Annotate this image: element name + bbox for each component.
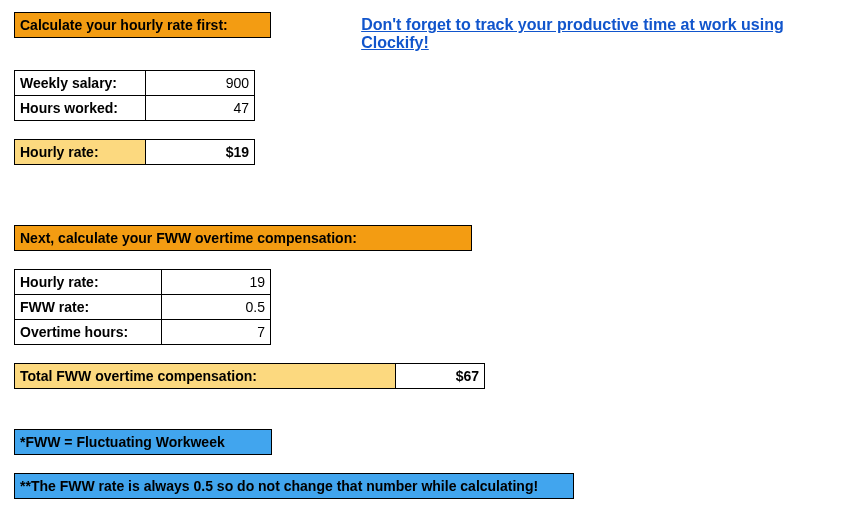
- clockify-link[interactable]: Don't forget to track your productive ti…: [361, 16, 854, 52]
- table-row: Weekly salary: 900: [15, 71, 255, 96]
- hourly-rate-label: Hourly rate:: [15, 140, 146, 165]
- fww-rate-label: FWW rate:: [15, 295, 162, 320]
- hourly-rate-inputs: Weekly salary: 900 Hours worked: 47: [14, 70, 255, 121]
- fww-total-label: Total FWW overtime compensation:: [15, 364, 396, 389]
- fww-rate-value[interactable]: 0.5: [162, 295, 271, 320]
- section-header-fww: Next, calculate your FWW overtime compen…: [14, 225, 472, 251]
- weekly-salary-value[interactable]: 900: [146, 71, 255, 96]
- table-row: Hourly rate: 19: [15, 270, 271, 295]
- hourly-rate-result: Hourly rate: $19: [14, 139, 255, 165]
- hourly-rate-value: $19: [146, 140, 255, 165]
- note-fww-definition: *FWW = Fluctuating Workweek: [14, 429, 272, 455]
- weekly-salary-label: Weekly salary:: [15, 71, 146, 96]
- fww-total-value: $67: [396, 364, 485, 389]
- table-row: FWW rate: 0.5: [15, 295, 271, 320]
- hours-worked-value[interactable]: 47: [146, 96, 255, 121]
- fww-inputs: Hourly rate: 19 FWW rate: 0.5 Overtime h…: [14, 269, 271, 345]
- fww-hourly-rate-label: Hourly rate:: [15, 270, 162, 295]
- overtime-hours-label: Overtime hours:: [15, 320, 162, 345]
- section-header-hourly-rate: Calculate your hourly rate first:: [14, 12, 271, 38]
- fww-result: Total FWW overtime compensation: $67: [14, 363, 485, 389]
- fww-hourly-rate-value[interactable]: 19: [162, 270, 271, 295]
- table-row: Overtime hours: 7: [15, 320, 271, 345]
- table-row: Hours worked: 47: [15, 96, 255, 121]
- note-fww-rate-fixed: **The FWW rate is always 0.5 so do not c…: [14, 473, 574, 499]
- hours-worked-label: Hours worked:: [15, 96, 146, 121]
- overtime-hours-value[interactable]: 7: [162, 320, 271, 345]
